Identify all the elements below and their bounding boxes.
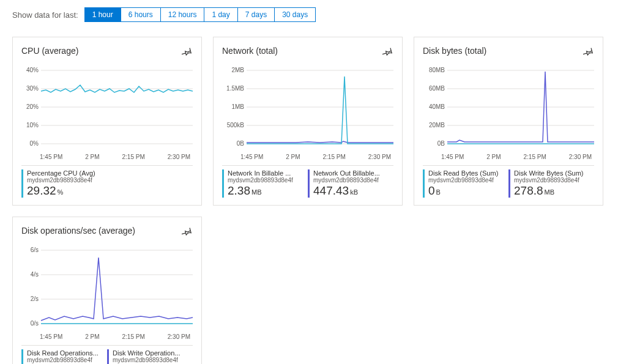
legend-item-disk-read-ops[interactable]: Disk Read Operations... mydsvm2db98893d8…	[21, 349, 107, 364]
time-range-filter: Show data for last: 1 hour 6 hours 12 ho…	[12, 7, 606, 22]
chart-network[interactable]: 2MB 1.5MB 1MB 500kB 0B	[222, 64, 393, 150]
pin-icon[interactable]	[182, 46, 193, 59]
tab-1-day[interactable]: 1 day	[204, 8, 237, 21]
svg-text:30%: 30%	[26, 85, 39, 92]
legend-item-net-out[interactable]: Network Out Billable... mydsvm2db98893d8…	[308, 169, 393, 198]
card-title: Disk bytes (total)	[423, 46, 594, 56]
card-cpu-average: CPU (average) 40% 30% 20% 10% 0%	[12, 37, 202, 206]
svg-text:4/s: 4/s	[31, 271, 39, 278]
svg-text:0/s: 0/s	[31, 320, 39, 327]
legend: Disk Read Operations... mydsvm2db98893d8…	[21, 345, 193, 364]
ytick: 40%	[26, 67, 39, 73]
svg-text:0B: 0B	[437, 140, 445, 147]
card-disk-operations-sec: Disk operations/sec (average) 6/s 4/s 2/…	[12, 217, 202, 364]
card-title: CPU (average)	[21, 46, 193, 56]
svg-text:1.5MB: 1.5MB	[226, 85, 244, 92]
svg-text:80MB: 80MB	[429, 67, 445, 73]
legend-item-disk-write-ops[interactable]: Disk Write Operation... mydsvm2db98893d8…	[107, 349, 193, 364]
svg-text:10%: 10%	[26, 122, 39, 128]
card-title: Disk operations/sec (average)	[21, 226, 193, 236]
chart-disk-ops[interactable]: 6/s 4/s 2/s 0/s	[21, 244, 193, 330]
x-axis: 1:45 PM2 PM2:15 PM2:30 PM	[21, 152, 193, 165]
x-axis: 1:45 PM2 PM2:15 PM2:30 PM	[423, 152, 594, 165]
svg-text:500kB: 500kB	[227, 122, 245, 128]
legend: Disk Read Bytes (Sum) mydsvm2db98893d8e4…	[423, 165, 594, 198]
legend-item-net-in[interactable]: Network In Billable ... mydsvm2db98893d8…	[222, 169, 308, 198]
svg-text:1MB: 1MB	[231, 103, 244, 110]
svg-text:6/s: 6/s	[31, 247, 39, 253]
legend: Network In Billable ... mydsvm2db98893d8…	[222, 165, 393, 198]
card-network-total: Network (total) 2MB 1.5MB 1MB 500kB 0B	[213, 37, 403, 206]
svg-text:0B: 0B	[237, 140, 245, 147]
chart-disk-bytes[interactable]: 80MB 60MB 40MB 20MB 0B	[423, 64, 594, 150]
tab-7-days[interactable]: 7 days	[238, 8, 275, 21]
x-axis: 1:45 PM2 PM2:15 PM2:30 PM	[21, 332, 193, 345]
svg-text:20MB: 20MB	[429, 122, 445, 128]
time-range-tabs: 1 hour 6 hours 12 hours 1 day 7 days 30 …	[84, 7, 316, 22]
legend: Percentage CPU (Avg) mydsvm2db98893d8e4f…	[21, 165, 193, 198]
chart-cpu[interactable]: 40% 30% 20% 10% 0%	[21, 64, 193, 150]
card-disk-bytes-total: Disk bytes (total) 80MB 60MB 40MB 20MB 0…	[414, 37, 603, 206]
pin-icon[interactable]	[182, 226, 193, 239]
legend-item-disk-write[interactable]: Disk Write Bytes (Sum) mydsvm2db98893d8e…	[508, 169, 594, 198]
legend-item-cpu[interactable]: Percentage CPU (Avg) mydsvm2db98893d8e4f…	[21, 169, 193, 198]
pin-icon[interactable]	[382, 46, 393, 59]
pin-icon[interactable]	[583, 46, 594, 59]
tab-6-hours[interactable]: 6 hours	[121, 8, 161, 21]
legend-item-disk-read[interactable]: Disk Read Bytes (Sum) mydsvm2db98893d8e4…	[423, 169, 508, 198]
tab-12-hours[interactable]: 12 hours	[161, 8, 205, 21]
svg-text:2/s: 2/s	[31, 295, 39, 302]
metrics-cards: CPU (average) 40% 30% 20% 10% 0%	[12, 37, 606, 364]
svg-text:2MB: 2MB	[231, 67, 244, 73]
tab-1-hour[interactable]: 1 hour	[85, 8, 121, 21]
filter-label: Show data for last:	[12, 10, 78, 20]
x-axis: 1:45 PM2 PM2:15 PM2:30 PM	[222, 152, 393, 165]
card-title: Network (total)	[222, 46, 393, 56]
svg-text:0%: 0%	[30, 140, 39, 147]
svg-text:40MB: 40MB	[429, 103, 445, 110]
svg-text:20%: 20%	[26, 103, 39, 110]
tab-30-days[interactable]: 30 days	[275, 8, 315, 21]
svg-text:60MB: 60MB	[429, 85, 445, 92]
